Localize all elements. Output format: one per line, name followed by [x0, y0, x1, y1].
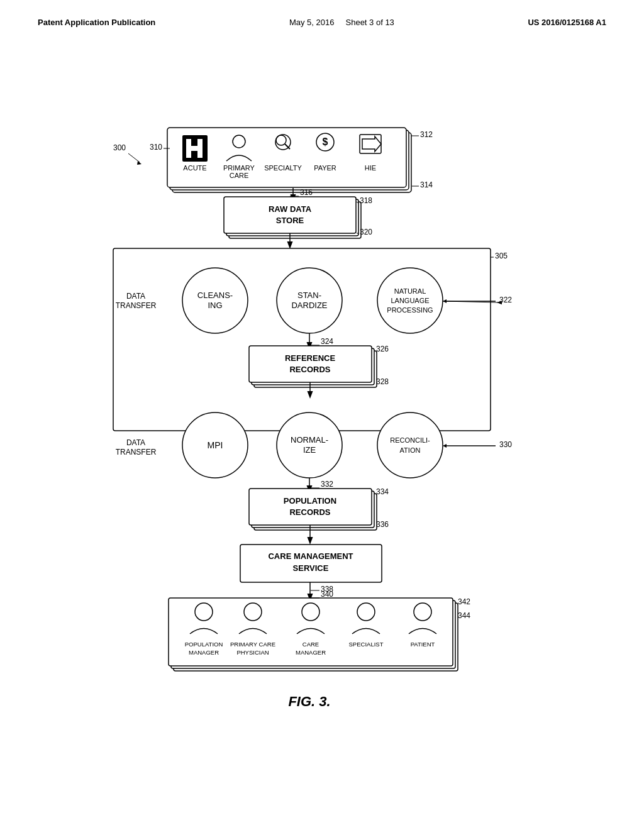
svg-text:RECORDS: RECORDS [289, 365, 330, 374]
header-date: May 5, 2016 [289, 18, 335, 27]
svg-text:334: 334 [376, 487, 389, 496]
svg-text:312: 312 [420, 130, 433, 139]
svg-text:RAW DATA: RAW DATA [269, 204, 312, 214]
svg-text:344: 344 [458, 611, 470, 620]
svg-text:320: 320 [360, 228, 372, 236]
svg-text:DARDIZE: DARDIZE [291, 301, 327, 310]
svg-text:332: 332 [321, 480, 333, 489]
svg-text:NATURAL: NATURAL [394, 287, 426, 295]
svg-text:SERVICE: SERVICE [293, 563, 329, 573]
svg-text:FIG. 3.: FIG. 3. [288, 694, 330, 709]
header-sheet: Sheet 3 of 13 [346, 18, 394, 27]
svg-rect-6 [186, 146, 203, 151]
svg-text:336: 336 [376, 520, 389, 529]
svg-text:328: 328 [376, 377, 389, 386]
svg-text:CARE: CARE [303, 641, 319, 648]
svg-text:RECORDS: RECORDS [289, 507, 330, 517]
svg-text:MANAGER: MANAGER [296, 649, 326, 656]
svg-text:PRIMARY: PRIMARY [223, 164, 255, 172]
svg-text:SPECIALTY: SPECIALTY [264, 164, 302, 172]
svg-text:CARE: CARE [230, 172, 249, 179]
svg-marker-85 [443, 444, 447, 448]
svg-text:PATIENT: PATIENT [411, 641, 435, 648]
svg-text:305: 305 [495, 252, 508, 260]
svg-text:PAYER: PAYER [314, 164, 336, 172]
svg-text:MANAGER: MANAGER [189, 649, 219, 656]
svg-text:DATA: DATA [126, 438, 145, 447]
svg-text:PHYSICIAN: PHYSICIAN [236, 649, 269, 656]
svg-text:PRIMARY CARE: PRIMARY CARE [230, 641, 275, 648]
svg-text:LANGUAGE: LANGUAGE [391, 297, 429, 304]
svg-marker-29 [137, 161, 142, 165]
svg-text:ACUTE: ACUTE [183, 164, 206, 172]
svg-text:MPI: MPI [208, 440, 223, 450]
svg-text:PROCESSING: PROCESSING [387, 306, 433, 314]
svg-text:SPECIALIST: SPECIALIST [349, 641, 384, 648]
svg-text:IZE: IZE [303, 445, 316, 455]
svg-text:ING: ING [208, 301, 222, 310]
svg-text:STORE: STORE [276, 216, 304, 225]
diagram-container: ACUTE PRIMARY CARE SPECIALTY $ PAYER HIE… [0, 33, 644, 788]
svg-text:NORMAL-: NORMAL- [291, 435, 328, 445]
svg-point-80 [377, 412, 443, 478]
svg-rect-89 [249, 489, 372, 525]
svg-text:HIE: HIE [365, 164, 376, 172]
svg-rect-33 [224, 197, 356, 233]
svg-text:CLEANS-: CLEANS- [197, 290, 233, 300]
svg-text:314: 314 [420, 180, 433, 189]
svg-text:TRANSFER: TRANSFER [116, 301, 157, 310]
header-right: US 2016/0125168 A1 [528, 18, 606, 27]
header-left: Patent Application Publication [38, 18, 155, 27]
svg-text:RECONCILI-: RECONCILI- [390, 436, 430, 444]
svg-text:322: 322 [499, 296, 512, 304]
svg-rect-65 [249, 346, 372, 382]
svg-text:STAN-: STAN- [297, 290, 321, 300]
svg-text:POPULATION: POPULATION [284, 496, 336, 506]
svg-text:DATA: DATA [126, 292, 145, 301]
svg-text:326: 326 [376, 345, 389, 353]
main-diagram: ACUTE PRIMARY CARE SPECIALTY $ PAYER HIE… [39, 40, 605, 782]
patent-header: Patent Application Publication May 5, 20… [0, 0, 644, 33]
svg-text:324: 324 [321, 337, 333, 346]
svg-text:318: 318 [360, 196, 372, 205]
svg-text:300: 300 [113, 143, 126, 152]
header-center: May 5, 2016 Sheet 3 of 13 [289, 18, 394, 27]
svg-text:$: $ [323, 136, 328, 147]
svg-text:POPULATION: POPULATION [185, 641, 223, 648]
svg-text:TRANSFER: TRANSFER [116, 448, 157, 456]
svg-text:CARE MANAGEMENT: CARE MANAGEMENT [268, 551, 353, 561]
svg-text:340: 340 [321, 590, 333, 599]
svg-text:316: 316 [300, 188, 313, 197]
svg-line-28 [128, 153, 140, 162]
svg-text:ATION: ATION [400, 446, 421, 454]
svg-text:310: 310 [150, 143, 162, 152]
svg-text:REFERENCE: REFERENCE [285, 353, 336, 363]
svg-text:330: 330 [499, 440, 512, 449]
svg-text:342: 342 [458, 597, 470, 606]
